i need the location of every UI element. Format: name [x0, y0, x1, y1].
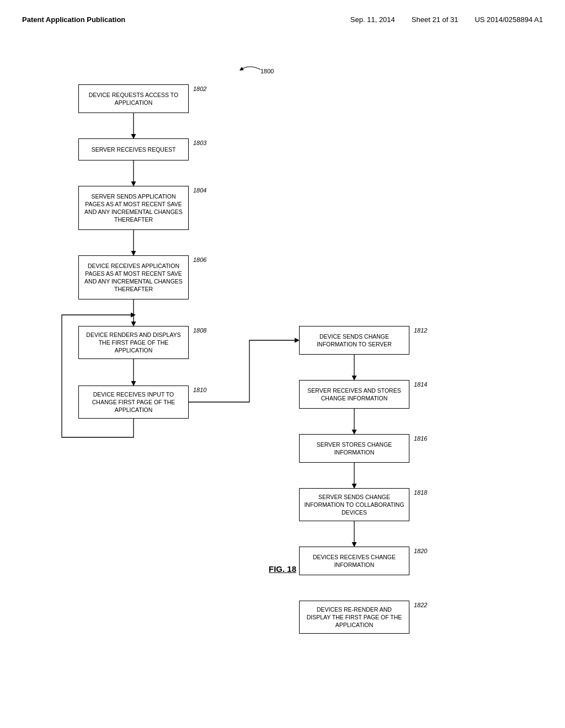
- ref-1818: 1818: [414, 489, 427, 496]
- ref-1816: 1816: [414, 435, 427, 442]
- ref-1812: 1812: [414, 327, 427, 334]
- box-1810: DEVICE RECEIVES INPUT TO CHANGE FIRST PA…: [78, 386, 189, 419]
- box-1803: SERVER RECEIVES REQUEST: [78, 138, 189, 160]
- ref-1803: 1803: [193, 140, 206, 146]
- sheet-info: Sheet 21 of 31: [412, 15, 459, 24]
- ref-1810: 1810: [193, 387, 206, 393]
- box-1822: DEVICES RE-RENDER AND DISPLAY THE FIRST …: [299, 601, 409, 634]
- ref-1814: 1814: [414, 381, 427, 388]
- header-right: Sep. 11, 2014 Sheet 21 of 31 US 2014/025…: [350, 15, 543, 24]
- box-1820: DEVICES RECEIVES CHANGE INFORMATION: [299, 547, 409, 575]
- ref-1806: 1806: [193, 256, 206, 263]
- publication-date: Sep. 11, 2014: [350, 15, 395, 24]
- box-1818: SERVER SENDS CHANGE INFORMATION TO COLLA…: [299, 488, 409, 521]
- box-1804: SERVER SENDS APPLICATION PAGES AS AT MOS…: [78, 186, 189, 230]
- box-1808: DEVICE RENDERS AND DISPLAYS THE FIRST PA…: [78, 326, 189, 359]
- ref-1822: 1822: [414, 602, 427, 608]
- ref-1802: 1802: [193, 85, 206, 92]
- box-1812: DEVICE SENDS CHANGE INFORMATION TO SERVE…: [299, 326, 409, 355]
- box-1806: DEVICE RECEIVES APPLICATION PAGES AS AT …: [78, 255, 189, 299]
- flow-arrows: [45, 57, 520, 553]
- ref-1804: 1804: [193, 187, 206, 194]
- diagram-area: 1800 DEVICE REQUESTS ACCESS TO APPLICATI…: [45, 57, 520, 553]
- page-header: Patent Application Publication Sep. 11, …: [0, 0, 565, 24]
- ref-1820: 1820: [414, 548, 427, 554]
- figure-label: FIG. 18: [0, 564, 565, 574]
- box-1802: DEVICE REQUESTS ACCESS TO APPLICATION: [78, 84, 189, 113]
- ref-1808: 1808: [193, 327, 206, 334]
- publication-type: Patent Application Publication: [22, 15, 125, 24]
- box-1816: SERVER STORES CHANGE INFORMATION: [299, 434, 409, 463]
- diagram-id-arrow: [222, 61, 277, 78]
- patent-number: US 2014/0258894 A1: [475, 15, 543, 24]
- box-1814: SERVER RECEIVES AND STORES CHANGE INFORM…: [299, 380, 409, 409]
